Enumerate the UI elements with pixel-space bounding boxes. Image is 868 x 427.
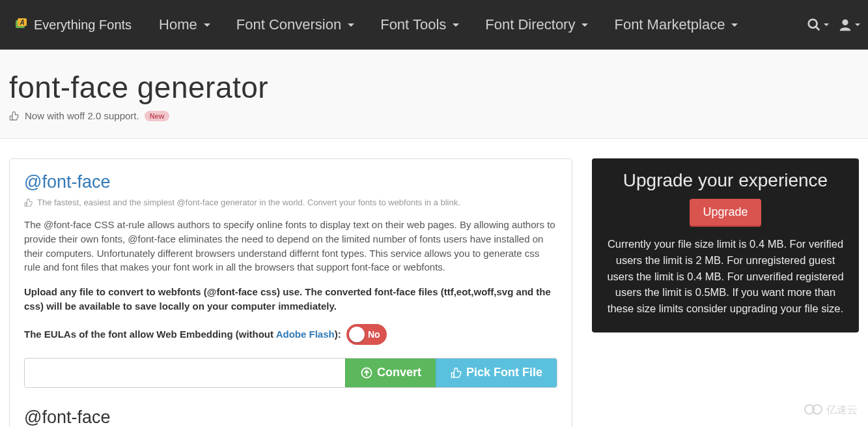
page-hero: font-face generator Now with woff 2.0 su… [0, 50, 868, 139]
user-icon [838, 18, 852, 32]
search-icon [807, 18, 821, 32]
chevron-down-icon [204, 23, 210, 27]
nav-font-marketplace[interactable]: Font Marketplace [601, 16, 751, 33]
convert-button-label: Convert [377, 366, 421, 379]
adobe-flash-link[interactable]: Adobe Flash [276, 329, 335, 340]
convert-input-row: Convert Pick Font File [24, 358, 557, 388]
svg-point-5 [842, 20, 848, 25]
font-path-input[interactable] [25, 359, 345, 387]
main-container: @font-face The fastest, easiest and the … [0, 139, 868, 427]
eula-row: The EULAs of the font allow Web Embeddin… [24, 324, 557, 345]
chevron-down-icon [453, 23, 459, 27]
nav-font-conversion[interactable]: Font Conversion [223, 16, 367, 33]
nav-directory-label: Font Directory [485, 16, 575, 33]
svg-rect-7 [25, 203, 27, 206]
search-button[interactable] [807, 18, 829, 32]
page-title: font-face generator [9, 70, 859, 105]
fontface-panel: @font-face The fastest, easiest and the … [9, 158, 572, 427]
nav-tools-label: Font Tools [380, 16, 446, 33]
page-subtitle-row: Now with woff 2.0 support. New [9, 110, 859, 121]
thumbs-up-icon [24, 198, 33, 207]
brand-text: Everything Fonts [34, 18, 132, 33]
nav-home-label: Home [159, 16, 197, 33]
upgrade-heading: Upgrade your experience [606, 170, 845, 191]
convert-button[interactable]: Convert [345, 359, 436, 387]
nav-font-tools[interactable]: Font Tools [367, 16, 472, 33]
svg-point-3 [809, 20, 817, 28]
svg-rect-9 [451, 373, 454, 377]
panel-heading: @font-face [24, 172, 557, 192]
brand-link[interactable]: A Everything Fonts [8, 16, 138, 34]
upgrade-panel: Upgrade your experience Upgrade Currentl… [592, 158, 859, 332]
upgrade-button[interactable]: Upgrade [690, 199, 761, 226]
nav-font-directory[interactable]: Font Directory [472, 16, 601, 33]
upgrade-body: Currently your file size limit is 0.4 MB… [606, 236, 845, 317]
chevron-down-icon [348, 23, 354, 27]
lower-heading: @font-face [24, 407, 557, 428]
brand-logo-icon: A [14, 16, 29, 34]
embedding-toggle[interactable]: No [346, 324, 387, 345]
watermark: 亿速云 [803, 401, 859, 420]
svg-text:A: A [19, 19, 24, 26]
eula-pre: The EULAs of the font allow Web Embeddin… [24, 329, 276, 340]
nav-menu: Home Font Conversion Font Tools Font Dir… [146, 16, 751, 33]
toggle-label: No [368, 329, 380, 340]
new-badge: New [145, 111, 170, 121]
chevron-down-icon [855, 23, 860, 26]
nav-right [807, 18, 860, 32]
page-subtitle: Now with woff 2.0 support. [25, 110, 139, 121]
thumbs-up-icon [9, 111, 20, 121]
pick-file-button[interactable]: Pick Font File [436, 359, 557, 387]
panel-description: The @font-face CSS at-rule allows author… [24, 218, 557, 274]
panel-tagline: The fastest, easiest and the simplest @f… [37, 198, 460, 207]
eula-post: ): [335, 329, 341, 340]
chevron-down-icon [731, 23, 738, 27]
chevron-down-icon [824, 23, 829, 26]
panel-upload-note: Upload any file to convert to webfonts (… [24, 285, 557, 314]
svg-text:亿速云: 亿速云 [826, 404, 858, 415]
sidebar: Upgrade your experience Upgrade Currentl… [592, 158, 859, 332]
chevron-down-icon [581, 23, 588, 27]
nav-conversion-label: Font Conversion [236, 16, 341, 33]
eula-text: The EULAs of the font allow Web Embeddin… [24, 329, 341, 340]
nav-home[interactable]: Home [146, 16, 223, 33]
navbar: A Everything Fonts Home Font Conversion … [0, 0, 868, 50]
thumbs-up-icon [451, 367, 462, 379]
svg-line-4 [816, 27, 820, 31]
nav-marketplace-label: Font Marketplace [614, 16, 725, 33]
main-column: @font-face The fastest, easiest and the … [9, 158, 572, 427]
panel-tagline-row: The fastest, easiest and the simplest @f… [24, 198, 557, 207]
pick-file-button-label: Pick Font File [466, 366, 542, 379]
svg-rect-6 [10, 116, 12, 120]
user-menu-button[interactable] [838, 18, 860, 32]
upload-icon [360, 366, 373, 379]
